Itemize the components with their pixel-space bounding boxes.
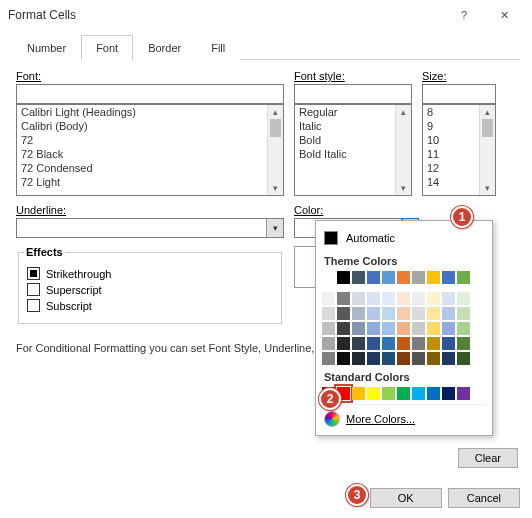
color-swatch[interactable] bbox=[457, 337, 470, 350]
color-swatch[interactable] bbox=[442, 337, 455, 350]
color-swatch[interactable] bbox=[412, 307, 425, 320]
subscript-check[interactable]: Subscript bbox=[27, 299, 273, 312]
scrollbar[interactable]: ▴▾ bbox=[395, 105, 411, 195]
color-swatch[interactable] bbox=[352, 387, 365, 400]
color-swatch[interactable] bbox=[397, 271, 410, 284]
underline-combo[interactable]: ▾ bbox=[16, 218, 284, 238]
color-swatch[interactable] bbox=[427, 322, 440, 335]
color-swatch[interactable] bbox=[457, 307, 470, 320]
color-swatch[interactable] bbox=[397, 337, 410, 350]
color-swatch[interactable] bbox=[337, 292, 350, 305]
scrollbar[interactable]: ▴▾ bbox=[267, 105, 283, 195]
color-swatch[interactable] bbox=[322, 292, 335, 305]
color-swatch[interactable] bbox=[397, 387, 410, 400]
color-swatch[interactable] bbox=[412, 387, 425, 400]
color-swatch[interactable] bbox=[427, 292, 440, 305]
color-swatch[interactable] bbox=[367, 337, 380, 350]
color-swatch[interactable] bbox=[382, 307, 395, 320]
color-swatch[interactable] bbox=[352, 337, 365, 350]
color-swatch[interactable] bbox=[352, 307, 365, 320]
color-swatch[interactable] bbox=[397, 352, 410, 365]
list-item[interactable]: Regular bbox=[295, 105, 411, 119]
size-input[interactable] bbox=[422, 84, 496, 104]
ok-button[interactable]: OK bbox=[370, 488, 442, 508]
color-swatch[interactable] bbox=[457, 292, 470, 305]
color-swatch[interactable] bbox=[427, 337, 440, 350]
list-item[interactable]: 72 Black bbox=[17, 147, 283, 161]
color-swatch[interactable] bbox=[457, 387, 470, 400]
color-swatch[interactable] bbox=[457, 271, 470, 284]
color-swatch[interactable] bbox=[337, 322, 350, 335]
fontstyle-input[interactable] bbox=[294, 84, 412, 104]
color-swatch[interactable] bbox=[352, 352, 365, 365]
color-swatch[interactable] bbox=[412, 352, 425, 365]
color-swatch[interactable] bbox=[427, 387, 440, 400]
size-list[interactable]: 8 9 10 11 12 14 ▴▾ bbox=[422, 104, 496, 196]
color-swatch[interactable] bbox=[442, 271, 455, 284]
help-button[interactable]: ? bbox=[444, 0, 484, 30]
tab-fill[interactable]: Fill bbox=[196, 35, 240, 60]
color-swatch[interactable] bbox=[412, 337, 425, 350]
color-swatch[interactable] bbox=[442, 352, 455, 365]
automatic-option[interactable]: Automatic bbox=[322, 227, 486, 249]
color-swatch[interactable] bbox=[322, 271, 335, 284]
color-swatch[interactable] bbox=[442, 292, 455, 305]
chevron-down-icon[interactable]: ▾ bbox=[266, 219, 283, 237]
list-item[interactable]: Bold Italic bbox=[295, 147, 411, 161]
color-swatch[interactable] bbox=[397, 292, 410, 305]
color-swatch[interactable] bbox=[412, 271, 425, 284]
color-swatch[interactable] bbox=[412, 322, 425, 335]
color-swatch[interactable] bbox=[382, 352, 395, 365]
color-swatch[interactable] bbox=[427, 307, 440, 320]
list-item[interactable]: 72 bbox=[17, 133, 283, 147]
color-swatch[interactable] bbox=[382, 337, 395, 350]
color-swatch[interactable] bbox=[442, 307, 455, 320]
font-list[interactable]: Calibri Light (Headings) Calibri (Body) … bbox=[16, 104, 284, 196]
color-swatch[interactable] bbox=[382, 271, 395, 284]
color-swatch[interactable] bbox=[382, 292, 395, 305]
cancel-button[interactable]: Cancel bbox=[448, 488, 520, 508]
list-item[interactable]: Calibri (Body) bbox=[17, 119, 283, 133]
color-swatch[interactable] bbox=[367, 387, 380, 400]
superscript-check[interactable]: Superscript bbox=[27, 283, 273, 296]
tab-font[interactable]: Font bbox=[81, 35, 133, 60]
color-swatch[interactable] bbox=[382, 387, 395, 400]
color-swatch[interactable] bbox=[322, 322, 335, 335]
color-swatch[interactable] bbox=[367, 352, 380, 365]
font-input[interactable] bbox=[16, 84, 284, 104]
color-swatch[interactable] bbox=[322, 337, 335, 350]
list-item[interactable]: Calibri Light (Headings) bbox=[17, 105, 283, 119]
color-swatch[interactable] bbox=[322, 352, 335, 365]
tab-number[interactable]: Number bbox=[12, 35, 81, 60]
color-swatch[interactable] bbox=[367, 292, 380, 305]
color-swatch[interactable] bbox=[442, 387, 455, 400]
close-button[interactable]: ✕ bbox=[484, 0, 524, 30]
clear-button[interactable]: Clear bbox=[458, 448, 518, 468]
list-item[interactable]: Bold bbox=[295, 133, 411, 147]
color-swatch[interactable] bbox=[397, 307, 410, 320]
scrollbar[interactable]: ▴▾ bbox=[479, 105, 495, 195]
color-swatch[interactable] bbox=[427, 271, 440, 284]
color-swatch[interactable] bbox=[397, 322, 410, 335]
color-swatch[interactable] bbox=[352, 322, 365, 335]
color-swatch[interactable] bbox=[367, 322, 380, 335]
color-swatch[interactable] bbox=[367, 307, 380, 320]
color-swatch[interactable] bbox=[457, 322, 470, 335]
strikethrough-check[interactable]: Strikethrough bbox=[27, 267, 273, 280]
color-swatch[interactable] bbox=[352, 292, 365, 305]
more-colors-option[interactable]: More Colors... bbox=[322, 404, 486, 429]
color-swatch[interactable] bbox=[337, 271, 350, 284]
color-swatch[interactable] bbox=[337, 307, 350, 320]
fontstyle-list[interactable]: Regular Italic Bold Bold Italic ▴▾ bbox=[294, 104, 412, 196]
color-swatch[interactable] bbox=[427, 352, 440, 365]
list-item[interactable]: 72 Light bbox=[17, 175, 283, 189]
color-swatch[interactable] bbox=[367, 271, 380, 284]
color-swatch[interactable] bbox=[457, 352, 470, 365]
color-swatch[interactable] bbox=[337, 352, 350, 365]
color-swatch[interactable] bbox=[442, 322, 455, 335]
color-swatch[interactable] bbox=[337, 337, 350, 350]
color-swatch[interactable] bbox=[352, 271, 365, 284]
list-item[interactable]: Italic bbox=[295, 119, 411, 133]
tab-border[interactable]: Border bbox=[133, 35, 196, 60]
color-swatch[interactable] bbox=[382, 322, 395, 335]
